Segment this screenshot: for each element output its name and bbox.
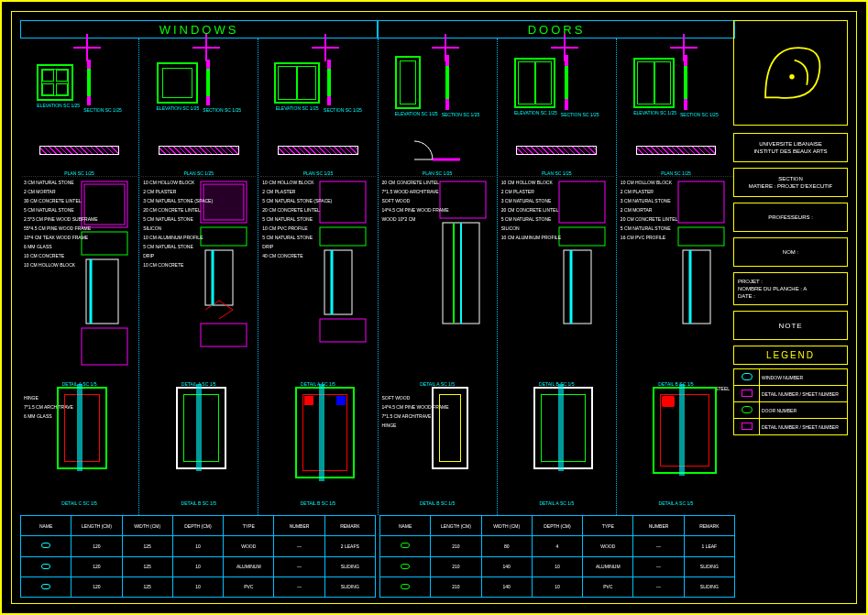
window-symbol-icon	[41, 543, 50, 548]
section-label: SECTION SC 1/25	[83, 107, 122, 113]
schedule-tables: NAME LENGTH (CM) WIDTH (CM) DEPTH (CM) T…	[20, 515, 735, 598]
window-col-2: ELEVATION SC 1/25 SECTION SC 1/25 PLAN S…	[139, 38, 258, 515]
table-header-row: NAME LENGTH (CM) WIDTH (CM) DEPTH (CM) T…	[21, 516, 376, 536]
tb-university: UNIVERSITE LIBANAISE INSTITUT DES BEAUX …	[733, 133, 848, 162]
table-row: 12012510ALUMINUM—SLIDING	[21, 556, 376, 577]
detail-c-label: DETAIL C SC 1/5	[22, 500, 137, 506]
drawing-canvas: WINDOWS DOORS ELEVATION SC 1/25 SECTION …	[0, 0, 868, 615]
svg-rect-15	[320, 319, 366, 342]
tb-note: NOTE	[733, 311, 848, 340]
table-row: 12012510PVC—SLIDING	[21, 577, 376, 597]
door-number-symbol-icon	[742, 406, 753, 413]
window-elevation-1: ELEVATION SC 1/25	[37, 64, 80, 108]
svg-rect-26	[678, 181, 724, 223]
tb-nom: NOM :	[733, 237, 848, 267]
legend-title: LEGEND	[733, 346, 848, 365]
tb-projet: PROJET : NOMBRE DU PLANCHE : A DATE :	[733, 272, 848, 305]
elevation-label: ELEVATION SC 1/25	[37, 103, 80, 108]
svg-rect-4	[82, 328, 127, 365]
window-col-3: ELEVATION SC 1/25 SECTION SC 1/25 PLAN S…	[258, 38, 378, 515]
door-symbol-icon	[401, 584, 410, 589]
window-section-1: SECTION SC 1/25	[83, 60, 122, 113]
tb-section: SECTION MATIERE : PROJET D'EXECUTIF	[733, 168, 848, 197]
legend-table: WINDOW NUMBER DETAIL NUMBER / SHEET NUMB…	[733, 368, 848, 435]
profile-detail	[57, 387, 107, 469]
legend-row: DETAIL NUMBER / SHEET NUMBER	[734, 386, 848, 402]
legend-row: WINDOW NUMBER	[734, 369, 848, 386]
table-row: 21014010PVC—SLIDING	[380, 577, 735, 597]
legend-row: DOOR NUMBER	[734, 402, 848, 419]
main-drawing-area: WINDOWS DOORS ELEVATION SC 1/25 SECTION …	[20, 20, 735, 598]
detail-block-w1: 3 CM NATURAL STONE 2 CM MORTAR 30 CM CON…	[22, 176, 137, 378]
grid-marker-icon	[312, 34, 339, 61]
door-col-2: ELEVATION SC 1/25 SECTION SC 1/25 PLAN S…	[498, 38, 617, 515]
door-col-1: ELEVATION SC 1/25 SECTION SC 1/25 PLAN S…	[379, 38, 498, 515]
detail-lower-w1: HINGE 7*1.5 CM ARCHITRAVE 6 MM GLASS DET…	[22, 378, 137, 506]
svg-rect-14	[324, 250, 352, 314]
svg-rect-22	[559, 181, 605, 223]
window-number-symbol-icon	[742, 373, 753, 380]
window-symbol-icon	[41, 564, 50, 569]
table-row: 12012510WOOD—2 LEAFS	[21, 536, 376, 556]
window-symbol-icon	[41, 584, 50, 589]
detail-labels-w1: 3 CM NATURAL STONE 2 CM MORTAR 30 CM CON…	[24, 181, 98, 268]
svg-rect-10	[201, 324, 247, 346]
detail-symbol-icon	[742, 423, 753, 430]
legend-row: DETAIL NUMBER / SHEET NUMBER	[734, 419, 848, 435]
logo-box	[733, 20, 848, 126]
svg-rect-28	[683, 250, 710, 324]
tb-professeurs: PROFESSEURS :	[733, 203, 848, 232]
logo-icon	[745, 31, 835, 114]
svg-rect-27	[678, 227, 724, 246]
detail-block-w2: 10 CM HOLLOW BLOCK 2 CM PLASTER 3 CM NAT…	[141, 176, 256, 378]
grid-marker-icon	[73, 34, 101, 61]
svg-rect-24	[564, 250, 591, 324]
plan-strip	[39, 146, 120, 155]
table-row: 21014010ALUMINUM—SLIDING	[380, 556, 735, 577]
door-col-3: ELEVATION SC 1/25 SECTION SC 1/25 PLAN S…	[617, 38, 735, 515]
doors-schedule-table: NAME LENGTH (CM) WIDTH (CM) DEPTH (CM) T…	[379, 515, 735, 598]
door-symbol-icon	[401, 543, 410, 548]
window-col-1: ELEVATION SC 1/25 SECTION SC 1/25 PLAN S…	[20, 38, 139, 515]
windows-schedule-table: NAME LENGTH (CM) WIDTH (CM) DEPTH (CM) T…	[20, 515, 376, 598]
table-row: 210804WOOD—1 LEAF	[380, 536, 735, 556]
sheet-titles-row: WINDOWS DOORS	[20, 20, 735, 38]
table-header-row: NAME LENGTH (CM) WIDTH (CM) DEPTH (CM) T…	[380, 516, 735, 536]
drawings-area: ELEVATION SC 1/25 SECTION SC 1/25 PLAN S…	[20, 38, 735, 515]
door-symbol-icon	[401, 564, 410, 569]
svg-point-30	[790, 74, 795, 79]
grid-marker-icon	[192, 34, 220, 61]
svg-rect-23	[559, 227, 605, 246]
titleblock: UNIVERSITE LIBANAISE INSTITUT DES BEAUX …	[733, 20, 848, 598]
detail-symbol-icon	[742, 390, 753, 397]
plan-row	[22, 132, 137, 169]
